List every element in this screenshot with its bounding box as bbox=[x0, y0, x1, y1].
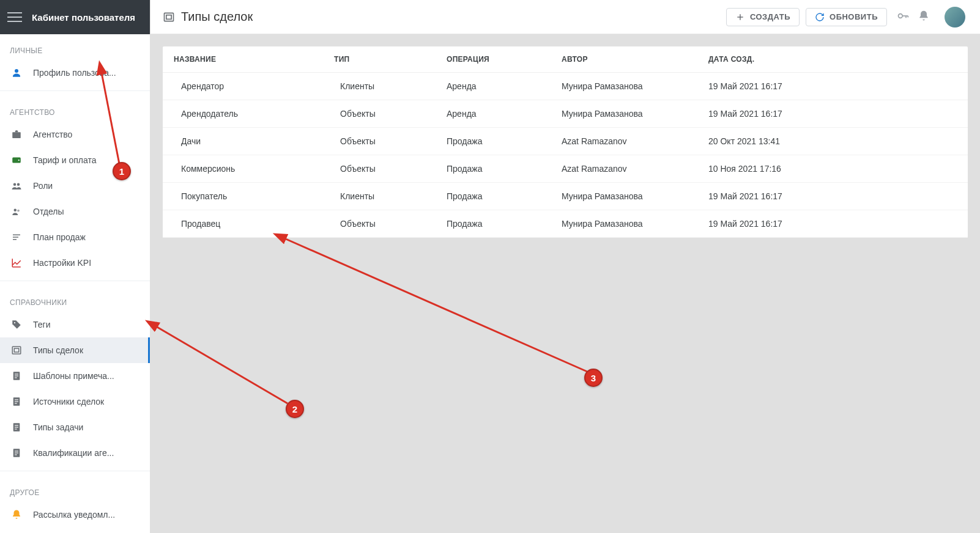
sidebar-item-label: План продаж bbox=[33, 232, 86, 242]
avatar[interactable] bbox=[945, 7, 965, 28]
svg-point-6 bbox=[18, 160, 20, 161]
deal-icon bbox=[163, 11, 175, 23]
sidebar-item-note-templates[interactable]: Шаблоны примеча... bbox=[0, 363, 150, 389]
annotation-marker-1: 1 bbox=[113, 162, 131, 180]
row-name: Арендатор bbox=[181, 81, 224, 91]
row-type: Объекты bbox=[340, 164, 376, 174]
svg-point-10 bbox=[17, 210, 20, 212]
sidebar-item-agency[interactable]: Агентство bbox=[0, 122, 150, 147]
row-operation: Продажа bbox=[447, 219, 562, 229]
svg-rect-36 bbox=[166, 15, 171, 19]
row-type: Клиенты bbox=[340, 81, 374, 91]
table-header: НАЗВАНИЕ ТИП ОПЕРАЦИЯ АВТОР ДАТА СОЗД. bbox=[163, 46, 968, 73]
sidebar-item-label: Роли bbox=[33, 181, 53, 191]
table-row[interactable]: ПродавецОбъектыПродажаМунира Рамазанова1… bbox=[163, 210, 968, 238]
refresh-button[interactable]: ОБНОВИТЬ bbox=[806, 8, 887, 26]
wallet-icon bbox=[10, 153, 23, 167]
annotation-marker-3: 3 bbox=[584, 369, 603, 387]
table-row[interactable]: АрендодательОбъектыАрендаМунира Рамазано… bbox=[163, 100, 968, 128]
row-author: Мунира Рамазанова bbox=[562, 81, 708, 91]
col-operation: ОПЕРАЦИЯ bbox=[447, 55, 562, 64]
svg-point-9 bbox=[14, 209, 17, 212]
svg-rect-17 bbox=[12, 347, 21, 354]
sidebar-item-deal-types[interactable]: Типы сделок bbox=[0, 337, 150, 363]
briefcase-icon bbox=[10, 128, 23, 141]
key-icon[interactable] bbox=[897, 10, 909, 24]
top-icons bbox=[897, 7, 965, 28]
table-row[interactable]: ДачиОбъектыПродажаAzat Ramazanov20 Окт 2… bbox=[163, 128, 968, 155]
chart-icon bbox=[10, 256, 23, 270]
sidebar-item-agent-qualifications[interactable]: Квалификации аге... bbox=[0, 440, 150, 466]
sidebar-item-label: Настройки KPI bbox=[33, 258, 91, 268]
row-type: Клиенты bbox=[340, 191, 374, 201]
annotation-marker-2: 2 bbox=[286, 400, 304, 418]
bell-icon[interactable] bbox=[918, 10, 930, 24]
sidebar-item-label: Агентство bbox=[33, 130, 72, 139]
sidebar-item-departments[interactable]: Отделы bbox=[0, 199, 150, 224]
sidebar-item-label: Квалификации аге... bbox=[33, 448, 114, 458]
row-type: Объекты bbox=[340, 136, 376, 146]
sidebar-item-task-types[interactable]: Типы задачи bbox=[0, 414, 150, 440]
row-author: Мунира Рамазанова bbox=[562, 219, 708, 229]
row-operation: Продажа bbox=[447, 136, 562, 146]
topbar: Типы сделок СОЗДАТЬ ОБНОВИТЬ bbox=[150, 0, 980, 34]
refresh-label: ОБНОВИТЬ bbox=[830, 12, 878, 21]
sidebar-item-kpi[interactable]: Настройки KPI bbox=[0, 250, 150, 276]
sidebar-item-label: Отделы bbox=[33, 207, 64, 216]
row-author: Мунира Рамазанова bbox=[562, 191, 708, 201]
row-type: Объекты bbox=[340, 109, 376, 119]
row-author: Azat Ramazanov bbox=[562, 164, 708, 174]
svg-point-16 bbox=[14, 322, 15, 323]
create-label: СОЗДАТЬ bbox=[750, 12, 790, 21]
menu-icon[interactable] bbox=[7, 10, 22, 24]
svg-rect-1 bbox=[7, 17, 22, 18]
content: НАЗВАНИЕ ТИП ОПЕРАЦИЯ АВТОР ДАТА СОЗД. А… bbox=[150, 34, 980, 250]
sidebar-item-profile[interactable]: Профиль пользова... bbox=[0, 60, 150, 86]
col-author: АВТОР bbox=[562, 55, 708, 64]
row-created: 10 Ноя 2021 17:16 bbox=[708, 164, 968, 174]
group-icon bbox=[10, 179, 23, 193]
col-type: ТИП bbox=[334, 55, 447, 64]
doc-icon bbox=[10, 421, 23, 434]
sidebar-item-tags[interactable]: Теги bbox=[0, 312, 150, 337]
sidebar-item-label: Источники сделок bbox=[33, 397, 104, 406]
row-created: 19 Май 2021 16:17 bbox=[708, 109, 968, 119]
people-icon bbox=[10, 205, 23, 218]
row-name: Арендодатель bbox=[181, 109, 238, 119]
row-name: Дачи bbox=[181, 136, 201, 146]
svg-rect-35 bbox=[165, 13, 174, 21]
create-button[interactable]: СОЗДАТЬ bbox=[726, 8, 800, 26]
sidebar-item-label: Тариф и оплата bbox=[33, 155, 97, 165]
col-name: НАЗВАНИЕ bbox=[163, 55, 334, 64]
doc-icon bbox=[10, 446, 23, 460]
row-author: Azat Ramazanov bbox=[562, 136, 708, 146]
sidebar: Кабинет пользователя ЛИЧНЫЕПрофиль польз… bbox=[0, 0, 150, 533]
sidebar-item-label: Теги bbox=[33, 320, 50, 329]
sidebar-item-label: Рассылка уведомл... bbox=[33, 510, 115, 520]
row-created: 19 Май 2021 16:17 bbox=[708, 81, 968, 91]
bell-icon bbox=[10, 508, 23, 521]
section-label: ДРУГОЕ bbox=[0, 476, 150, 502]
col-created: ДАТА СОЗД. bbox=[708, 55, 968, 64]
row-name: Продавец bbox=[181, 219, 220, 229]
sidebar-item-deal-sources[interactable]: Источники сделок bbox=[0, 389, 150, 414]
svg-point-7 bbox=[13, 183, 17, 186]
row-created: 19 Май 2021 16:17 bbox=[708, 191, 968, 201]
row-operation: Продажа bbox=[447, 164, 562, 174]
sidebar-item-notifications[interactable]: Рассылка уведомл... bbox=[0, 502, 150, 527]
svg-point-8 bbox=[17, 183, 20, 186]
row-operation: Продажа bbox=[447, 191, 562, 201]
sidebar-item-label: Профиль пользова... bbox=[33, 68, 116, 78]
svg-point-39 bbox=[899, 13, 903, 18]
row-type: Объекты bbox=[340, 219, 376, 229]
page-title: Типы сделок bbox=[181, 10, 253, 24]
row-operation: Аренда bbox=[447, 81, 562, 91]
table-row[interactable]: ПокупательКлиентыПродажаМунира Рамазанов… bbox=[163, 183, 968, 210]
sidebar-item-sales-plan[interactable]: План продаж bbox=[0, 224, 150, 250]
table-row[interactable]: АрендаторКлиентыАрендаМунира Рамазанова1… bbox=[163, 73, 968, 100]
table-row[interactable]: КоммерсионьОбъектыПродажаAzat Ramazanov1… bbox=[163, 155, 968, 183]
row-created: 20 Окт 2021 13:41 bbox=[708, 136, 968, 146]
doc-icon bbox=[10, 395, 23, 408]
deal-types-table: НАЗВАНИЕ ТИП ОПЕРАЦИЯ АВТОР ДАТА СОЗД. А… bbox=[163, 46, 968, 238]
row-created: 19 Май 2021 16:17 bbox=[708, 219, 968, 229]
